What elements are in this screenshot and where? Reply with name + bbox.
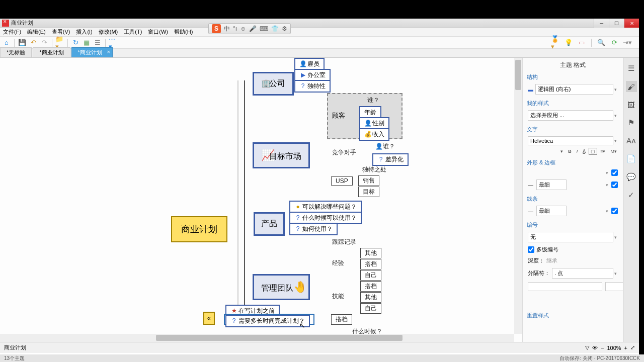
node-partner1[interactable]: 搭档 [360,259,381,269]
section-line[interactable]: 线条 [527,195,619,203]
tab-close-icon[interactable]: × [107,49,110,55]
tab-untitled[interactable]: *无标题 [0,47,32,57]
ime-mic-icon[interactable]: 🎤 [249,25,257,32]
node-how-use[interactable]: ?如何使用？ [289,223,338,235]
node-team[interactable]: 管理团队🤚 [253,274,310,300]
refresh-button[interactable]: ↻ [71,38,80,47]
structure-select[interactable]: 逻辑图 (向右) [535,84,613,95]
multi-number-check[interactable] [528,246,534,253]
shape-style[interactable]: ▾ [605,170,609,175]
zoom-out-button[interactable]: − [601,345,604,351]
ime-skin-icon[interactable]: 👕 [271,25,279,32]
line-select[interactable]: 最细 [536,206,567,216]
m-button[interactable]: M▾ [609,148,619,155]
zoom-in-button[interactable]: + [624,345,627,351]
font-a-button[interactable]: A̲ [581,148,588,155]
save-button[interactable]: 💾 [18,38,27,47]
bulb-icon[interactable]: 💡 [564,38,573,47]
italic-button[interactable]: I [575,148,580,155]
node-side-marker[interactable]: « [203,312,215,325]
rail-label-icon[interactable]: Aᴀ [626,135,637,146]
rail-notes-icon[interactable]: 📄 [626,153,637,164]
section-number[interactable]: 编号 [527,221,619,229]
tab-plan-2[interactable]: *商业计划× [71,47,113,57]
number-prefix-input[interactable] [528,282,602,291]
award-icon[interactable]: 🏅▾ [551,38,560,47]
ime-emoji-icon[interactable]: ☺ [240,25,246,32]
border-check[interactable] [611,182,618,188]
section-text[interactable]: 文字 [527,126,619,133]
ime-toolbar[interactable]: S 中 °ı ☺ 🎤 ⌨ 👕 ⚙ [208,23,291,34]
node-who2[interactable]: 👤谁？ [375,142,395,151]
node-diff[interactable]: ?差异化 [372,153,409,166]
close-button[interactable]: ✕ [624,19,639,28]
node-self2[interactable]: 自己 [360,303,381,314]
node-goal[interactable]: 目标 [358,187,379,197]
node-sales[interactable]: 销售 [358,175,379,186]
customer-group[interactable]: 顾客 谁？ 年龄 👤性别 💰收入 [327,93,403,139]
filter-icon[interactable]: ▽ [585,344,589,351]
rail-outline-icon[interactable]: ☰ [626,63,637,74]
ime-keyboard-icon[interactable]: ⌨ [260,25,268,32]
node-central[interactable]: 商业计划 [171,216,227,242]
color-button[interactable]: ▢ [589,148,597,155]
folder-button[interactable]: 📁▾ [55,38,64,47]
node-income[interactable]: 💰收入 [359,128,389,141]
more-button[interactable]: ⋯ ▾ [109,38,118,47]
section-mystyle[interactable]: 我的样式 [527,100,619,107]
canvas[interactable]: 商业计划 🏢公司 👤雇员 ▶办公室 ?独特性 📈目标市场 顾客 谁？ 年龄 👤性… [0,58,522,342]
ime-mode[interactable]: 中 [224,25,230,33]
rail-task-icon[interactable]: ✓ [626,190,637,201]
menu-edit[interactable]: 编辑(E) [24,28,49,36]
maximize-button[interactable]: ☐ [609,19,624,28]
ime-settings-icon[interactable]: ⚙ [282,25,287,32]
eye-icon[interactable]: 👁 [592,345,598,351]
align-button[interactable]: ≡▾ [598,148,607,155]
bold-button[interactable]: B [566,148,574,155]
search-icon[interactable]: 🔍 [597,38,606,47]
mystyle-select[interactable]: 选择并应用 ... [528,110,613,121]
reset-style[interactable]: 重置样式 [527,312,619,319]
menu-insert[interactable]: 插入(I) [73,28,95,36]
node-partner3[interactable]: 搭档 [331,314,352,325]
node-when[interactable]: 什么时候？ [352,327,382,334]
section-shape[interactable]: 外形 & 边框 [527,159,619,166]
menu-file[interactable]: 文件(F) [0,28,24,36]
ime-punct-icon[interactable]: °ı [233,25,237,32]
scrollbar-vertical[interactable] [514,58,522,334]
share-icon[interactable]: ⟳ [610,38,619,47]
export-icon[interactable]: ⇥▾ [623,38,632,47]
list-button[interactable]: ☰ [93,38,102,47]
shape-check[interactable] [611,169,618,176]
minimize-button[interactable]: ─ [594,19,609,28]
home-button[interactable]: ⌂ [2,38,11,47]
redo-button[interactable]: ↷ [40,38,49,47]
font-size-icon[interactable]: ▾ [558,148,565,155]
node-partner2[interactable]: 搭档 [360,281,381,292]
section-structure[interactable]: 结构 [527,73,619,81]
menu-window[interactable]: 窗口(W) [145,28,171,36]
undo-button[interactable]: ↶ [29,38,38,47]
sep-select[interactable]: . 点 [552,268,613,279]
node-other1[interactable]: 其他 [360,248,381,258]
rail-format-icon[interactable]: 🖌 [626,81,637,92]
node-market[interactable]: 📈目标市场 [253,142,310,168]
node-product[interactable]: 产品 [254,212,285,236]
number-select[interactable]: 无 [528,232,613,242]
rail-image-icon[interactable]: 🖼 [626,99,637,110]
tab-plan-1[interactable]: *商业计划 [33,47,70,57]
node-self1[interactable]: 自己 [360,270,381,281]
line-check[interactable] [611,208,618,214]
node-company[interactable]: 🏢公司 [253,72,294,96]
grid-button[interactable]: ▦ [82,38,91,47]
node-how-long[interactable]: ?需要多长时间完成计划？ [225,315,310,327]
border-select[interactable]: 最细 [536,179,567,190]
menu-help[interactable]: 帮助(H) [171,28,196,36]
status-sheet[interactable]: 商业计划 [4,344,26,351]
zoom-value[interactable]: 100% [607,345,621,351]
node-usp[interactable]: USP [331,176,353,186]
font-select[interactable]: Helvetica [528,136,613,145]
number-suffix-input[interactable] [605,282,623,291]
node-other2[interactable]: 其他 [360,292,381,303]
rail-comment-icon[interactable]: 💬 [626,171,637,183]
